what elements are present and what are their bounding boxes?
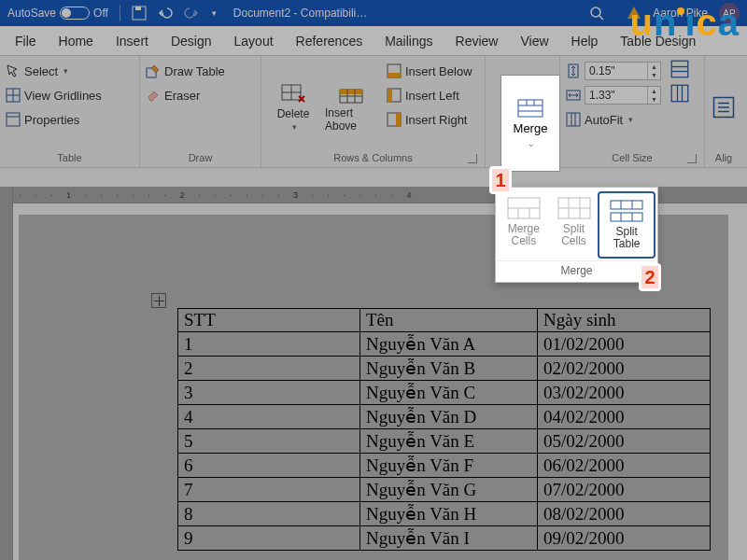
undo-icon[interactable] [158, 6, 173, 21]
svg-line-3 [599, 16, 603, 20]
delete-button[interactable]: Delete▾ [267, 60, 319, 150]
col-width-input[interactable]: 1.33"▲▼ [566, 84, 661, 106]
insert-below-button[interactable]: Insert Below [387, 60, 472, 82]
svg-rect-21 [388, 89, 392, 102]
svg-rect-39 [518, 100, 543, 117]
row-height-icon [566, 63, 581, 78]
merge-cells-icon [507, 197, 541, 219]
tab-view[interactable]: View [511, 28, 557, 54]
insert-above-icon [338, 82, 364, 105]
split-table-option[interactable]: Split Table [599, 193, 654, 257]
redo-icon[interactable] [184, 6, 199, 21]
group-label-align: Alig [711, 150, 737, 167]
row-height-input[interactable]: 0.15"▲▼ [566, 60, 661, 82]
dialog-launcher-icon[interactable] [468, 154, 477, 163]
callout-2: 2 [639, 263, 661, 291]
svg-rect-32 [671, 85, 688, 102]
svg-rect-26 [567, 113, 580, 126]
tab-references[interactable]: References [287, 28, 373, 54]
merge-menu-label: Merge [496, 260, 657, 282]
svg-rect-23 [396, 113, 401, 126]
autofit-button[interactable]: AutoFit▾ [566, 108, 661, 131]
table-move-handle[interactable] [151, 293, 166, 308]
svg-rect-19 [388, 73, 401, 77]
autofit-icon [566, 112, 581, 127]
split-cells-option[interactable]: Split Cells [550, 193, 599, 257]
svg-rect-52 [611, 201, 642, 209]
tab-mailings[interactable]: Mailings [375, 28, 442, 54]
select-button[interactable]: Select▾ [6, 60, 102, 82]
insert-below-icon [387, 63, 402, 78]
group-label-cellsize: Cell Size [566, 150, 698, 167]
merge-cells-option[interactable]: Merge Cells [500, 193, 548, 257]
tab-design[interactable]: Design [162, 28, 221, 54]
svg-rect-14 [340, 90, 362, 94]
ribbon: Select▾ View Gridlines Properties Table … [0, 56, 747, 168]
col-width-icon [566, 88, 581, 103]
split-cells-icon [557, 197, 591, 219]
insert-right-button[interactable]: Insert Right [387, 108, 472, 131]
tab-review[interactable]: Review [446, 28, 508, 54]
tab-insert[interactable]: Insert [106, 28, 158, 54]
toggle-pill-icon [60, 7, 90, 20]
eraser-button[interactable]: Eraser [146, 84, 225, 106]
group-label-table: Table [6, 150, 134, 167]
insert-left-icon [387, 88, 402, 103]
insert-above-button[interactable]: Insert Above [325, 60, 377, 150]
align-icon[interactable] [711, 96, 737, 119]
merge-menu: Merge Cells Split Cells Split Table Merg… [495, 187, 658, 283]
gridlines-icon [6, 88, 21, 103]
svg-point-2 [591, 7, 600, 17]
distribute-rows-icon[interactable] [670, 60, 689, 78]
document-title: Document2 - Compatibili… [233, 7, 367, 20]
table-row: 6Nguyễn Văn F06/02/2000 [178, 454, 711, 478]
table-row: 4Nguyễn Văn D04/02/2000 [178, 405, 711, 429]
table-row: 3Nguyễn Văn C03/02/2000 [178, 381, 711, 405]
group-label-draw: Draw [146, 150, 255, 167]
distribute-cols-icon[interactable] [670, 84, 689, 103]
insert-right-icon [387, 112, 402, 127]
tab-file[interactable]: File [6, 28, 46, 54]
merge-icon [517, 99, 543, 118]
callout-1: 1 [489, 166, 512, 194]
autosave-label: AutoSave [7, 7, 56, 20]
insert-left-button[interactable]: Insert Left [387, 84, 472, 106]
table-row: 1Nguyễn Văn A01/02/2000 [178, 332, 711, 357]
split-table-icon [610, 200, 643, 222]
table-row: 9Nguyễn Văn I09/02/2000 [178, 526, 711, 551]
table-row: 2Nguyễn Văn B02/02/2000 [178, 357, 711, 381]
save-icon[interactable] [132, 6, 147, 21]
eraser-icon [146, 88, 161, 103]
pencil-table-icon [146, 63, 161, 78]
data-table[interactable]: STTTênNgày sinh 1Nguyễn Văn A01/02/2000 … [177, 308, 711, 551]
properties-icon [6, 112, 21, 127]
svg-rect-7 [7, 113, 20, 126]
draw-table-button[interactable]: Draw Table [146, 60, 225, 82]
search-icon[interactable] [589, 6, 604, 21]
cursor-icon [6, 63, 21, 78]
chevron-down-icon: ⌄ [528, 139, 535, 148]
dialog-launcher-icon[interactable] [687, 154, 697, 163]
qat-divider [120, 5, 120, 21]
view-gridlines-button[interactable]: View Gridlines [6, 84, 102, 106]
qat-more-icon[interactable]: ▾ [212, 8, 217, 18]
svg-rect-1 [135, 7, 141, 10]
watermark: unıca [630, 2, 740, 44]
table-row: 5Nguyễn Văn E05/02/2000 [178, 429, 711, 454]
autosave-state: Off [93, 7, 108, 20]
svg-rect-29 [671, 61, 688, 77]
autosave-toggle[interactable]: AutoSave Off [7, 7, 108, 20]
group-label-rowscols: Rows & Columns [267, 150, 479, 167]
merge-dropdown-button[interactable]: Merge ⌄ [500, 75, 560, 172]
tab-help[interactable]: Help [562, 28, 608, 54]
tab-layout[interactable]: Layout [225, 28, 283, 54]
svg-rect-53 [611, 213, 642, 221]
table-header-row: STTTênNgày sinh [178, 309, 711, 332]
delete-table-icon [280, 83, 306, 105]
table-row: 7Nguyễn Văn G07/02/2000 [178, 478, 711, 502]
vertical-ruler[interactable] [0, 187, 13, 560]
tab-home[interactable]: Home [49, 28, 103, 54]
properties-button[interactable]: Properties [6, 108, 102, 131]
table-row: 8Nguyễn Văn H08/02/2000 [178, 502, 711, 526]
